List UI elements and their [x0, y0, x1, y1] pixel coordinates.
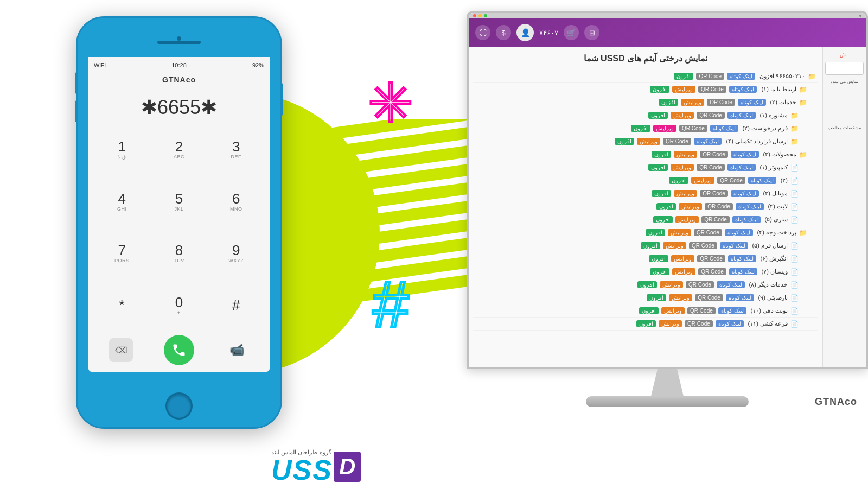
- tag-short-link[interactable]: لینک کوتاه: [694, 138, 722, 145]
- tag-add[interactable]: افزون: [646, 229, 665, 236]
- tag-short-link[interactable]: لینک کوتاه: [738, 99, 766, 106]
- tag-short-link[interactable]: لینک کوتاه: [716, 320, 744, 327]
- tag-edit[interactable]: ویرایش: [663, 242, 686, 249]
- key-0[interactable]: 0 +: [151, 280, 207, 331]
- tag-short-link[interactable]: لینک کوتاه: [729, 268, 757, 275]
- tag-edit[interactable]: ویرایش: [672, 86, 695, 93]
- tag-add[interactable]: افزون: [639, 307, 659, 314]
- key-7[interactable]: 7 PQRS: [94, 228, 150, 279]
- call-button[interactable]: [164, 335, 194, 365]
- key-5[interactable]: 5 JKL: [151, 176, 207, 227]
- tag-edit[interactable]: ویرایش: [660, 281, 683, 288]
- tag-qr[interactable]: QR Code: [695, 294, 723, 301]
- power-button[interactable]: [280, 83, 283, 116]
- key-3[interactable]: 3 DEF: [208, 124, 264, 175]
- tag-add[interactable]: افزون: [649, 255, 668, 262]
- tag-qr[interactable]: QR Code: [679, 125, 707, 132]
- tag-short-link[interactable]: لینک کوتاه: [726, 294, 754, 301]
- tag-add[interactable]: افزون: [631, 125, 650, 132]
- expand-icon[interactable]: ⛶: [475, 25, 490, 40]
- tag-edit[interactable]: ویرایش: [671, 112, 694, 119]
- tag-short-link[interactable]: لینک کوتاه: [718, 307, 746, 314]
- tag-qr[interactable]: QR Code: [686, 281, 714, 288]
- tag-short-link[interactable]: لینک کوتاه: [748, 177, 776, 184]
- tag-short-link[interactable]: لینک کوتاه: [728, 255, 756, 262]
- tag-qr[interactable]: QR Code: [698, 268, 726, 275]
- tag-edit[interactable]: ویرایش: [674, 190, 697, 197]
- tag-add[interactable]: افزون: [615, 138, 634, 145]
- tag-qr[interactable]: QR Code: [663, 138, 691, 145]
- user-avatar[interactable]: 👤: [516, 24, 534, 41]
- key-1[interactable]: 1 ق ذ: [94, 124, 150, 175]
- close-dot[interactable]: [473, 14, 476, 17]
- key-2[interactable]: 2 ABC: [151, 124, 207, 175]
- tag-qr[interactable]: QR Code: [689, 242, 717, 249]
- tag-qr[interactable]: QR Code: [717, 177, 745, 184]
- tag-add[interactable]: افزون: [659, 99, 678, 106]
- tag-short-link[interactable]: لینک کوتاه: [717, 281, 745, 288]
- key-9[interactable]: 9 WXYZ: [208, 228, 264, 279]
- tag-add[interactable]: افزون: [647, 294, 666, 301]
- cart-icon[interactable]: 🛒: [564, 25, 579, 40]
- tag-edit[interactable]: ویرایش: [674, 151, 697, 158]
- ussd-tree[interactable]: 📁 ۹۶۶۵۵۰۲۱۰ افزون لینک کوتاه QR Code افز…: [473, 70, 818, 362]
- maximize-dot[interactable]: [484, 14, 487, 17]
- tag-add[interactable]: افزون: [652, 151, 671, 158]
- tag-edit[interactable]: ویرایش: [691, 177, 714, 184]
- tag-add[interactable]: افزون: [650, 268, 669, 275]
- tag-add[interactable]: افزون: [636, 320, 656, 327]
- tag-edit[interactable]: ویرایش: [672, 268, 695, 275]
- key-4[interactable]: 4 GHI: [94, 176, 150, 227]
- tag-qr[interactable]: QR Code: [694, 229, 722, 236]
- tag-edit[interactable]: ویرایش: [671, 255, 694, 262]
- tag-short-link[interactable]: لینک کوتاه: [731, 151, 759, 158]
- tag-qr[interactable]: QR Code: [697, 255, 725, 262]
- video-button[interactable]: 📹: [225, 338, 249, 362]
- key-8[interactable]: 8 TUV: [151, 228, 207, 279]
- tag-qr[interactable]: QR Code: [700, 190, 728, 197]
- tag-add[interactable]: افزون: [656, 203, 676, 210]
- tag-add[interactable]: افزون: [674, 73, 693, 80]
- tag-qr[interactable]: QR Code: [697, 112, 725, 119]
- key-hash[interactable]: #: [208, 280, 264, 331]
- tag-edit[interactable]: ویرایش: [661, 307, 685, 314]
- tag-add[interactable]: افزون: [650, 86, 669, 93]
- tag-add[interactable]: افزون: [637, 281, 657, 288]
- tag-edit[interactable]: ویرایش: [675, 216, 699, 223]
- tag-edit[interactable]: ویرایش: [668, 229, 691, 236]
- tag-short-link[interactable]: لینک کوتاه: [736, 203, 764, 210]
- home-button[interactable]: [165, 392, 193, 420]
- tag-edit[interactable]: ویرایش: [653, 125, 676, 132]
- tag-edit[interactable]: ویرایش: [681, 99, 704, 106]
- apps-icon[interactable]: ⊞: [584, 25, 599, 40]
- delete-button[interactable]: ⌫: [109, 338, 133, 362]
- key-star[interactable]: *: [94, 280, 150, 331]
- tag-add[interactable]: افزون: [653, 216, 673, 223]
- tag-edit[interactable]: ویرایش: [679, 203, 702, 210]
- tag-qr[interactable]: QR Code: [685, 320, 713, 327]
- tag-edit[interactable]: ویرایش: [671, 164, 694, 171]
- sidebar-input-1[interactable]: [825, 62, 864, 75]
- tag-edit[interactable]: ویرایش: [637, 138, 660, 145]
- tag-short-link[interactable]: لینک کوتاه: [727, 112, 756, 119]
- tag-edit[interactable]: ویرایش: [669, 294, 692, 301]
- tag-qr[interactable]: QR Code: [696, 73, 724, 80]
- tag-short-link[interactable]: لینک کوتاه: [732, 216, 761, 223]
- tag-qr[interactable]: QR Code: [698, 86, 726, 93]
- tag-short-link[interactable]: لینک کوتاه: [729, 86, 757, 93]
- minimize-dot[interactable]: [478, 14, 482, 17]
- tag-qr[interactable]: QR Code: [700, 151, 728, 158]
- tag-short-link[interactable]: لینک کوتاه: [727, 73, 755, 80]
- tag-short-link[interactable]: لینک کوتاه: [725, 229, 753, 236]
- tag-add[interactable]: افزون: [669, 177, 688, 184]
- tag-add[interactable]: افزون: [648, 112, 668, 119]
- tag-short-link[interactable]: لینک کوتاه: [727, 164, 756, 171]
- tag-add[interactable]: افزون: [648, 164, 668, 171]
- volume-down-button[interactable]: [75, 100, 78, 122]
- tag-qr[interactable]: QR Code: [697, 164, 725, 171]
- tag-add[interactable]: افزون: [641, 242, 660, 249]
- tag-short-link[interactable]: لینک کوتاه: [731, 190, 759, 197]
- tag-short-link[interactable]: لینک کوتاه: [720, 242, 748, 249]
- tag-qr[interactable]: QR Code: [707, 99, 735, 106]
- tag-qr[interactable]: QR Code: [705, 203, 733, 210]
